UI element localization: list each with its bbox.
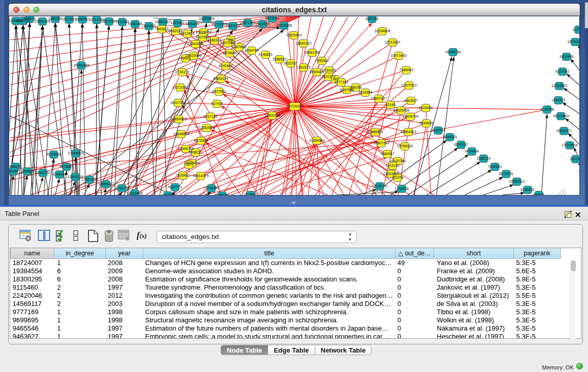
svg-text:9884067: 9884067 — [380, 152, 394, 156]
svg-text:18300295: 18300295 — [264, 114, 280, 117]
svg-text:417004: 417004 — [211, 102, 223, 105]
svg-text:10719155: 10719155 — [211, 23, 227, 26]
svg-text:3267130: 3267130 — [203, 115, 217, 118]
svg-text:9242848: 9242848 — [219, 64, 232, 68]
svg-text:9463627: 9463627 — [404, 99, 418, 102]
svg-text:16107552: 16107552 — [170, 101, 186, 104]
svg-text:16914479: 16914479 — [192, 174, 208, 178]
svg-text:12942737: 12942737 — [35, 171, 51, 174]
svg-text:9227342: 9227342 — [555, 70, 569, 73]
svg-text:6466160: 6466160 — [75, 17, 89, 21]
svg-text:19654923: 19654923 — [170, 117, 186, 121]
svg-text:5938923: 5938923 — [443, 135, 456, 139]
svg-text:39154: 39154 — [9, 169, 18, 173]
svg-text:9657771: 9657771 — [168, 185, 182, 189]
svg-text:13353594: 13353594 — [199, 126, 214, 129]
svg-text:13640910: 13640910 — [295, 41, 311, 45]
svg-text:1244415: 1244415 — [551, 98, 565, 102]
svg-text:7485063: 7485063 — [399, 68, 413, 72]
svg-text:3875685: 3875685 — [223, 51, 236, 55]
svg-text:16648784: 16648784 — [445, 50, 461, 54]
svg-text:19218506: 19218506 — [276, 24, 292, 27]
svg-text:16543382: 16543382 — [187, 42, 203, 46]
svg-text:9146821: 9146821 — [258, 53, 272, 56]
svg-text:2718176: 2718176 — [175, 70, 189, 74]
svg-text:10653267: 10653267 — [155, 20, 170, 24]
svg-text:252254: 252254 — [391, 176, 403, 179]
svg-text:16154808: 16154808 — [374, 29, 390, 33]
svg-text:12923468: 12923468 — [126, 191, 142, 195]
svg-text:20053346: 20053346 — [73, 63, 89, 67]
svg-text:19166825: 19166825 — [173, 132, 189, 136]
svg-text:2087682: 2087682 — [365, 17, 379, 20]
svg-text:157: 157 — [186, 163, 192, 166]
svg-text:19756928: 19756928 — [397, 144, 412, 148]
svg-text:98961: 98961 — [181, 56, 191, 60]
svg-text:10688609: 10688609 — [367, 130, 383, 134]
svg-text:19384554: 19384554 — [309, 139, 324, 142]
svg-text:9115460: 9115460 — [419, 106, 433, 110]
svg-text:17359924: 17359924 — [68, 151, 83, 155]
svg-text:1065326: 1065326 — [48, 17, 62, 20]
svg-text:6879197: 6879197 — [454, 143, 468, 146]
svg-text:1733426: 1733426 — [395, 187, 408, 190]
svg-text:5498222: 5498222 — [188, 150, 202, 154]
svg-text:13654923: 13654923 — [400, 130, 416, 134]
svg-text:10958117: 10958117 — [98, 182, 114, 186]
svg-text:16571355: 16571355 — [239, 21, 255, 25]
svg-text:9327508: 9327508 — [221, 41, 234, 45]
svg-text:6794028: 6794028 — [322, 69, 336, 72]
svg-text:7663822: 7663822 — [155, 27, 168, 31]
svg-text:12093822: 12093822 — [551, 84, 567, 87]
svg-text:16120746: 16120746 — [389, 159, 405, 163]
svg-text:1615132: 1615132 — [385, 164, 399, 167]
svg-text:16033809: 16033809 — [199, 17, 214, 20]
svg-text:14136141: 14136141 — [372, 184, 387, 188]
svg-text:15751074: 15751074 — [567, 40, 579, 43]
svg-text:1640954: 1640954 — [431, 128, 445, 132]
svg-text:1092346: 1092346 — [161, 193, 175, 195]
svg-text:8454749: 8454749 — [245, 49, 258, 52]
svg-text:1588520: 1588520 — [272, 57, 286, 61]
svg-text:8813054: 8813054 — [265, 16, 279, 20]
svg-text:7625402: 7625402 — [176, 173, 189, 177]
svg-text:16782759: 16782759 — [114, 186, 129, 190]
svg-text:7515526: 7515526 — [115, 20, 129, 24]
svg-text:18724007: 18724007 — [287, 104, 302, 108]
svg-text:1117342: 1117342 — [572, 28, 579, 31]
svg-text:10973493: 10973493 — [390, 54, 406, 57]
svg-text:16571355: 16571355 — [101, 19, 117, 23]
svg-text:9156108: 9156108 — [128, 22, 142, 26]
svg-text:8186323: 8186323 — [207, 38, 221, 42]
svg-text:16961758: 16961758 — [304, 51, 320, 54]
svg-text:1156829: 1156829 — [20, 169, 34, 173]
svg-text:1362615: 1362615 — [296, 65, 310, 69]
svg-text:11325419: 11325419 — [286, 33, 302, 37]
svg-text:2935114: 2935114 — [477, 157, 491, 160]
svg-text:15692971: 15692971 — [556, 129, 572, 133]
svg-text:12213383: 12213383 — [172, 85, 188, 89]
svg-text:8912954: 8912954 — [180, 32, 194, 35]
svg-text:7632621: 7632621 — [488, 165, 502, 168]
svg-text:3624554: 3624554 — [358, 91, 372, 94]
svg-text:6466160: 6466160 — [185, 22, 199, 26]
svg-text:905524: 905524 — [24, 17, 35, 20]
svg-text:9777169: 9777169 — [334, 80, 348, 84]
svg-text:12213967: 12213967 — [384, 40, 400, 44]
svg-text:8427552: 8427552 — [212, 90, 226, 93]
svg-text:3822037: 3822037 — [284, 61, 297, 65]
svg-text:16782759: 16782759 — [214, 193, 230, 195]
svg-text:116753: 116753 — [570, 157, 579, 161]
svg-text:7663810: 7663810 — [142, 24, 156, 28]
svg-text:7955812: 7955812 — [315, 59, 329, 62]
svg-text:1527602: 1527602 — [170, 21, 184, 25]
svg-text:8878334: 8878334 — [194, 139, 208, 142]
svg-text:12505135: 12505135 — [67, 175, 83, 179]
svg-text:924501: 924501 — [533, 193, 545, 195]
svg-text:20206536: 20206536 — [46, 152, 61, 156]
svg-text:1273542: 1273542 — [244, 193, 257, 195]
svg-text:13524851: 13524851 — [383, 172, 399, 176]
svg-text:13495794: 13495794 — [402, 115, 418, 118]
svg-text:18807249: 18807249 — [373, 141, 389, 145]
svg-text:1145194: 1145194 — [53, 172, 67, 176]
